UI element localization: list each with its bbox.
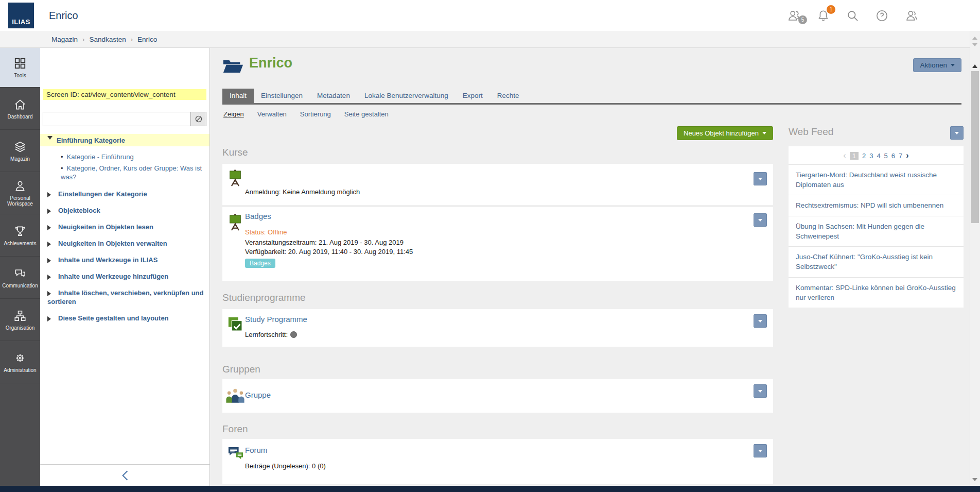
rail-item-administration[interactable]: Administration <box>0 341 40 383</box>
pagination-page-5[interactable]: 5 <box>884 152 888 160</box>
rail-item-tools[interactable]: Tools <box>0 48 40 88</box>
who-is-online-button[interactable]: 5 <box>787 9 801 23</box>
layers-icon <box>13 140 27 154</box>
scroll-down-icon[interactable] <box>972 43 977 49</box>
chevron-down-icon <box>47 136 52 142</box>
pagination-page-3[interactable]: 3 <box>869 152 873 160</box>
tab-einstellungen[interactable]: Einstellungen <box>254 89 310 103</box>
tab-metadaten[interactable]: Metadaten <box>310 89 357 103</box>
user-icon <box>904 9 918 23</box>
list-item: Kategorie, Ordner, Kurs oder Gruppe: Was… <box>61 164 204 181</box>
rail-item-achievements[interactable]: Achievements <box>0 214 40 257</box>
add-object-button[interactable]: Neues Objekt hinzufügen <box>677 126 773 140</box>
breadcrumb-link-enrico[interactable]: Enrico <box>137 36 157 43</box>
tree-section-expanded[interactable]: Einführung Kategorie <box>40 134 209 146</box>
person-icon <box>13 179 27 193</box>
page-header-title: Enrico <box>49 0 78 31</box>
notifications-button[interactable]: 1 <box>816 9 830 23</box>
help-icon <box>875 9 889 23</box>
trophy-icon <box>13 225 27 238</box>
page-scrollbar[interactable] <box>970 31 980 486</box>
pagination-page-1[interactable]: 1 <box>850 152 859 160</box>
pagination-page-6[interactable]: 6 <box>891 152 895 160</box>
chat-bubbles-icon <box>13 267 27 280</box>
tree-section-collapsed[interactable]: Objekteblock <box>40 206 209 215</box>
filter-clear-button[interactable] <box>190 112 206 126</box>
breadcrumb-link-magazin[interactable]: Magazin <box>51 36 78 43</box>
chevron-right-icon <box>47 258 54 263</box>
tree-section-collapsed[interactable]: Inhalte und Werkzeuge in ILIAS <box>40 256 209 264</box>
help-filter-input[interactable] <box>43 112 190 126</box>
breadcrumb-link-sandkasten[interactable]: Sandkasten <box>89 36 126 43</box>
help-button[interactable] <box>875 9 889 23</box>
scroll-up-icon[interactable] <box>972 34 977 40</box>
user-menu-button[interactable] <box>904 9 918 23</box>
object-actions-dropdown[interactable] <box>754 213 767 227</box>
object-actions-dropdown[interactable] <box>754 384 767 398</box>
object-title-link[interactable]: Study Programme <box>245 315 307 324</box>
help-topic-link[interactable]: Kategorie, Ordner, Kurs oder Gruppe: Was… <box>61 164 202 181</box>
feed-item: Juso-Chef Kühnert: "GroKo-Ausstieg ist k… <box>789 246 964 277</box>
tree-section-collapsed[interactable]: Einstellungen der Kategorie <box>40 190 209 198</box>
scroll-down-icon[interactable] <box>972 478 977 484</box>
object-actions-dropdown[interactable] <box>754 172 767 185</box>
breadcrumb: Magazin › Sandkasten › Enrico <box>0 31 970 48</box>
ilias-logo[interactable]: ILIAS <box>8 3 34 28</box>
caret-down-icon <box>758 219 762 224</box>
tab-inhalt[interactable]: Inhalt <box>222 89 254 103</box>
subtab-zeigen[interactable]: Zeigen <box>223 110 244 118</box>
object-title-link[interactable]: Forum <box>245 446 267 454</box>
tree-section-collapsed[interactable]: Diese Seite gestalten und layouten <box>40 314 209 323</box>
subtab-verwalten[interactable]: Verwalten <box>257 110 287 118</box>
main-rail: Tools Dashboard Magazin <box>0 48 40 486</box>
feed-item-link[interactable]: Übung in Sachsen: Mit Hunden gegen die S… <box>796 223 924 240</box>
object-title-link[interactable]: Gruppe <box>245 391 271 399</box>
rail-item-organisation[interactable]: Organisation <box>0 299 40 341</box>
rail-item-communication[interactable]: Communication <box>0 257 40 299</box>
top-icon-group: 5 1 <box>787 0 918 31</box>
chevron-right-icon <box>47 192 54 197</box>
object-actions-dropdown[interactable] <box>754 314 767 328</box>
help-panel: Screen ID: cat/view_content/view_content… <box>40 48 210 486</box>
web-feed-dropdown[interactable] <box>950 126 964 140</box>
help-topic-link[interactable]: Kategorie - Einführung <box>67 153 134 161</box>
tab-export[interactable]: Export <box>456 89 490 103</box>
object-property: Veranstaltungszeitraum: 21. Aug 2019 - 3… <box>245 239 404 246</box>
screen-id-label: Screen ID: cat/view_content/view_content <box>43 89 206 100</box>
section-title-studienprogramme: Studienprogramme <box>222 292 306 303</box>
feed-item-link[interactable]: Juso-Chef Kühnert: "GroKo-Ausstieg ist k… <box>796 253 933 270</box>
home-icon <box>13 98 27 111</box>
collapse-panel-button[interactable] <box>40 464 209 486</box>
feed-item-link[interactable]: Kommentar: SPD-Linke können bei GroKo-Au… <box>796 284 956 301</box>
rail-item-magazin[interactable]: Magazin <box>0 130 40 172</box>
pagination-page-2[interactable]: 2 <box>862 152 866 160</box>
rail-item-personal-workspace[interactable]: Personal Workspace <box>0 172 40 214</box>
pagination-next-icon[interactable]: › <box>906 151 908 160</box>
category-folder-icon <box>222 58 244 75</box>
feed-item-link[interactable]: Tiergarten-Mord: Deutschland weist russi… <box>796 171 937 189</box>
object-title-link[interactable]: Badges <box>245 212 271 220</box>
actions-button[interactable]: Aktionen <box>913 58 961 72</box>
tab-rechte[interactable]: Rechte <box>490 89 527 103</box>
section-title-gruppen: Gruppen <box>222 364 260 375</box>
feed-item: Kommentar: SPD-Linke können bei GroKo-Au… <box>789 277 964 308</box>
subtab-seite-gestalten[interactable]: Seite gestalten <box>344 110 389 118</box>
scroll-up-icon[interactable] <box>972 62 977 68</box>
tree-section-collapsed[interactable]: Neuigkeiten in Objekten lesen <box>40 223 209 231</box>
gear-icon <box>13 351 27 365</box>
pagination-page-7[interactable]: 7 <box>899 152 902 160</box>
object-actions-dropdown[interactable] <box>754 444 767 457</box>
tree-section-collapsed[interactable]: Inhalte und Werkzeuge hinzufügen <box>40 272 209 281</box>
feed-item-link[interactable]: Rechtsextremismus: NPD will sich umbenen… <box>796 201 943 209</box>
subtab-sortierung[interactable]: Sortierung <box>300 110 331 118</box>
top-bar: ILIAS Enrico 5 <box>0 0 980 31</box>
pagination-page-4[interactable]: 4 <box>877 152 880 160</box>
tree-section-collapsed[interactable]: Neuigkeiten in Objekten verwalten <box>40 239 209 248</box>
tree-section-collapsed[interactable]: Inhalte löschen, verschieben, verknüpfen… <box>40 289 209 306</box>
object-row-study-programme: Study Programme Lernfortschritt: <box>222 309 773 347</box>
rail-item-dashboard[interactable]: Dashboard <box>0 88 40 130</box>
search-button[interactable] <box>846 9 860 23</box>
tab-lokale-benutzerverwaltung[interactable]: Lokale Benutzerverwaltung <box>357 89 456 103</box>
object-property: Verfügbarkeit: 20. Aug 2019, 11:40 - 30.… <box>245 248 413 256</box>
scrollbar-thumb[interactable] <box>971 71 979 223</box>
